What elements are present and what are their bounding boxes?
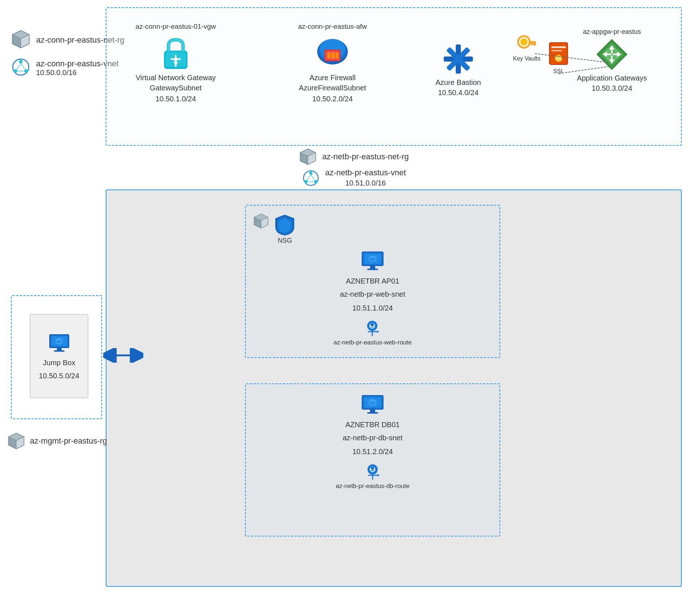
- web-subnet-name: az-netb-pr-web-snet: [340, 289, 405, 300]
- web-vm-name: AZNETBR AP01: [346, 276, 400, 286]
- jumpbox-box: Jump Box 10.50.5.0/24: [30, 314, 88, 398]
- netb-rg-icon: [299, 148, 317, 166]
- svg-line-60: [307, 175, 311, 180]
- netb-vnet-icon: [302, 169, 320, 187]
- afw-cidr: 10.50.2.0/24: [299, 93, 366, 104]
- subnet-web: NSG AZNETBR AP01 az-netb-pr-web-snet: [245, 205, 500, 358]
- svg-point-5: [19, 60, 23, 63]
- keyvault-label: Key Vaults: [513, 55, 540, 63]
- netb-vnet-cidr: 10.51.0.0/16: [325, 177, 406, 188]
- svg-rect-73: [370, 266, 375, 269]
- rg-netb-box: NSG AZNETBR AP01 az-netb-pr-web-snet: [106, 190, 682, 587]
- subnet-db: AZNETBR DB01 az-netb-pr-db-snet 10.51.2.…: [245, 383, 500, 536]
- mgmt-rg-icon: [7, 432, 26, 450]
- web-route-name: az-netb-pr-eastus-web-route: [334, 338, 412, 347]
- svg-rect-87: [367, 412, 378, 414]
- svg-rect-36: [551, 50, 562, 51]
- afw-service-name: Azure Firewall: [299, 73, 366, 82]
- svg-point-58: [304, 180, 307, 183]
- svg-rect-86: [370, 410, 375, 413]
- mgmt-rg-label-area: az-mgmt-pr-eastus-rg: [7, 432, 107, 450]
- svg-rect-24: [335, 52, 338, 58]
- svg-point-79: [371, 323, 374, 326]
- svg-marker-81: [377, 331, 380, 333]
- rg-mgmt-box: Jump Box 10.50.5.0/24: [11, 295, 102, 419]
- web-vm-icon: [360, 248, 385, 273]
- db-cidr: 10.51.2.0/24: [352, 446, 393, 457]
- db-route-name: az-netb-pr-eastus-db-route: [336, 481, 409, 491]
- horizontal-double-arrow: [103, 348, 143, 363]
- jumpbox-label: Jump Box: [43, 358, 75, 367]
- subnet-afw: az-conn-pr-eastus-afw Azure Firewall Azu…: [281, 23, 384, 136]
- web-subnet-vnet-icon: [253, 213, 269, 229]
- firewall-icon: [314, 34, 351, 71]
- appgw-resource-name: az-appgw-pr-eastus: [583, 28, 641, 36]
- db-vm-name: AZNETBR DB01: [346, 420, 400, 429]
- svg-line-61: [311, 175, 315, 180]
- resource-group-icon: [11, 29, 31, 51]
- vnet-icon: [11, 57, 31, 79]
- netb-vnet-label: az-netb-pr-eastus-vnet: [325, 168, 406, 177]
- svg-rect-35: [551, 46, 566, 48]
- svg-point-6: [13, 69, 17, 73]
- vgw-cidr: 10.50.1.0/24: [136, 93, 216, 104]
- db-route-icon: [363, 461, 383, 481]
- svg-rect-22: [327, 52, 330, 58]
- vgw-subnet-name: GatewaySubnet: [136, 82, 216, 93]
- svg-marker-94: [377, 474, 380, 476]
- subnet-vgw: az-conn-pr-eastus-01-vgw Virtual Network…: [125, 23, 227, 136]
- appgw-icon: [595, 37, 629, 72]
- svg-point-92: [371, 467, 374, 470]
- db-vm-icon: [360, 391, 385, 417]
- svg-rect-32: [533, 43, 536, 46]
- nsg-icon: [273, 213, 297, 237]
- mgmt-rg-label: az-mgmt-pr-eastus-rg: [30, 436, 107, 446]
- appgw-cidr: 10.50.3.0/24: [577, 83, 647, 94]
- svg-line-9: [21, 63, 25, 70]
- appgw-service-name: Application Gateways: [577, 73, 647, 83]
- nsg-label: NSG: [278, 237, 292, 245]
- vgw-resource-name: az-conn-pr-eastus-01-vgw: [136, 23, 216, 31]
- svg-rect-33: [531, 43, 533, 45]
- db-subnet-name: az-netb-pr-db-snet: [343, 432, 403, 443]
- ssl-label: SSL: [553, 68, 564, 75]
- svg-text:SSL: SSL: [555, 57, 562, 61]
- jumpbox-cidr: 10.50.5.0/24: [39, 370, 79, 381]
- svg-point-57: [309, 171, 312, 175]
- bastion-service-name: Azure Bastion: [436, 78, 481, 87]
- bastion-cidr: 10.50.4.0/24: [436, 87, 481, 98]
- web-cidr: 10.51.1.0/24: [352, 303, 393, 313]
- rg-conn-box: az-conn-pr-eastus-01-vgw Virtual Network…: [106, 7, 682, 146]
- svg-rect-98: [51, 336, 67, 346]
- keyvault-icon: [516, 32, 538, 54]
- afw-subnet-name: AzureFirewallSubnet: [299, 82, 366, 93]
- svg-point-59: [314, 180, 318, 183]
- netb-rg-label: az-netb-pr-eastus-net-rg: [322, 152, 409, 161]
- svg-point-30: [520, 38, 528, 46]
- vng-icon: [158, 34, 194, 71]
- svg-rect-100: [54, 350, 65, 352]
- svg-rect-99: [57, 348, 62, 351]
- diagram-container: az-conn-pr-eastus-net-rg az-conn-pr-east…: [0, 0, 700, 597]
- subnet-appgw: Key Vaults SSL SSL: [508, 23, 668, 136]
- jumpbox-vm-icon: [47, 331, 71, 355]
- ssl-icon: SSL: [548, 41, 569, 66]
- vgw-service-name: Virtual Network Gateway: [136, 73, 216, 82]
- svg-point-7: [24, 69, 28, 73]
- web-route-icon: [362, 318, 382, 338]
- svg-rect-23: [331, 52, 334, 58]
- subnet-bastion: Azure Bastion 10.50.4.0/24: [416, 23, 500, 136]
- bastion-icon: [442, 43, 475, 75]
- afw-resource-name: az-conn-pr-eastus-afw: [298, 23, 367, 31]
- svg-rect-74: [367, 269, 378, 270]
- svg-line-8: [16, 63, 21, 70]
